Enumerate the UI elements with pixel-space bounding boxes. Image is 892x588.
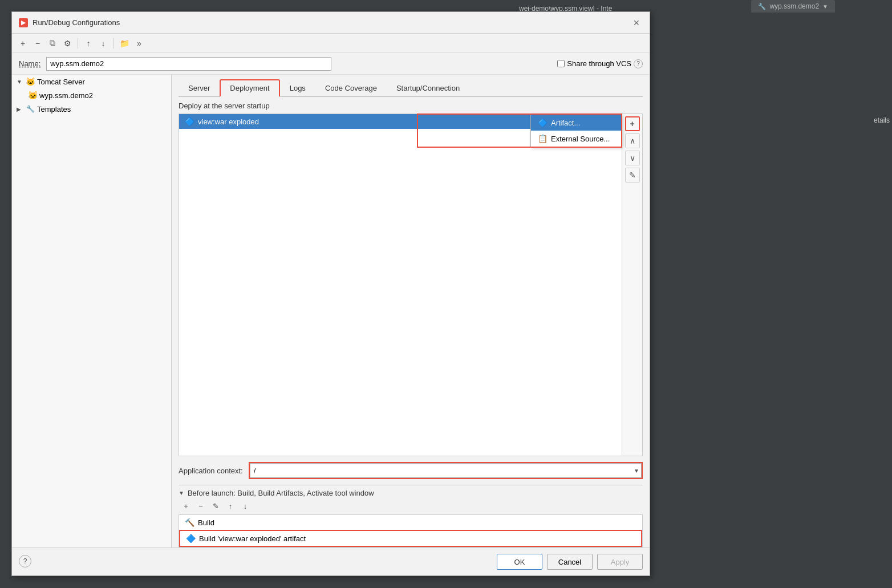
templates-expand-arrow: ▶ bbox=[17, 106, 23, 112]
share-checkbox-area: Share through VCS ? bbox=[557, 59, 643, 68]
content-area: Deploy at the server startup 🔷 view:war … bbox=[179, 102, 643, 548]
app-context-input-wrap: ▼ bbox=[249, 462, 643, 479]
deploy-up-button[interactable]: ∧ bbox=[625, 133, 640, 148]
ide-tab-label: wyp.ssm.demo2 bbox=[769, 2, 819, 10]
external-source-icon: 📋 bbox=[538, 134, 548, 143]
toolbar-separator-2 bbox=[113, 38, 114, 48]
settings-button[interactable]: ⚙ bbox=[61, 37, 74, 50]
before-launch-label: Before launch: Build, Build Artifacts, A… bbox=[188, 489, 374, 497]
bl-item-build[interactable]: 🔨 Build bbox=[179, 515, 642, 530]
deploy-toolbar: 🔷 Artifact... 📋 External Source... + ∧ bbox=[622, 114, 642, 456]
tab-deployment[interactable]: Deployment bbox=[220, 79, 279, 97]
toolbar-separator-1 bbox=[78, 38, 78, 48]
tabs-bar: Server Deployment Logs Code Coverage Sta… bbox=[179, 79, 643, 97]
right-panel: Server Deployment Logs Code Coverage Sta… bbox=[172, 75, 650, 548]
demo2-config-icon: 🐱 bbox=[28, 91, 37, 100]
share-help-icon[interactable]: ? bbox=[634, 59, 643, 68]
before-launch-header: ▼ Before launch: Build, Build Artifacts,… bbox=[179, 489, 643, 497]
cancel-button[interactable]: Cancel bbox=[547, 554, 593, 570]
bl-artifact-icon: 🔷 bbox=[186, 534, 196, 543]
side-panel-hint: etails bbox=[871, 114, 892, 127]
app-context-dropdown-arrow: ▼ bbox=[634, 468, 639, 474]
name-input[interactable] bbox=[46, 57, 331, 71]
dropdown-external-source-item[interactable]: 📋 External Source... bbox=[531, 131, 621, 147]
tomcat-group-label: Tomcat Server bbox=[37, 78, 85, 86]
bl-remove-button[interactable]: − bbox=[194, 500, 207, 512]
before-launch-collapse-arrow[interactable]: ▼ bbox=[179, 490, 184, 496]
tree-item-wyp-ssm-demo2[interactable]: 🐱 wyp.ssm.demo2 bbox=[12, 88, 171, 102]
tomcat-expand-arrow: ▼ bbox=[17, 79, 23, 85]
run-debug-dialog: ▶ Run/Debug Configurations ✕ + − ⧉ ⚙ ↑ ↓… bbox=[11, 11, 650, 576]
bl-down-button[interactable]: ↓ bbox=[239, 500, 252, 512]
before-launch-list: 🔨 Build 🔷 Build 'view:war exploded' arti… bbox=[179, 514, 643, 548]
apply-button[interactable]: Apply bbox=[597, 554, 643, 570]
app-context-row: Application context: ▼ bbox=[179, 462, 643, 479]
toolbar: + − ⧉ ⚙ ↑ ↓ 📁 » bbox=[12, 34, 650, 53]
title-bar: ▶ Run/Debug Configurations ✕ bbox=[12, 12, 650, 34]
artifact-dropdown-popup: 🔷 Artifact... 📋 External Source... bbox=[530, 114, 622, 147]
templates-icon: 🔧 bbox=[26, 104, 35, 113]
tab-startup-connection[interactable]: Startup/Connection bbox=[387, 79, 469, 96]
external-source-label: External Source... bbox=[551, 135, 610, 143]
tab-server[interactable]: Server bbox=[179, 79, 220, 96]
tree-item-tomcat-group[interactable]: ▼ 🐱 Tomcat Server bbox=[12, 75, 171, 88]
dialog-icon: ▶ bbox=[19, 18, 28, 27]
copy-config-button[interactable]: ⧉ bbox=[46, 37, 59, 50]
artifact-dropdown-label: Artifact... bbox=[551, 119, 580, 127]
before-launch-section: ▼ Before launch: Build, Build Artifacts,… bbox=[179, 485, 643, 548]
bl-add-button[interactable]: + bbox=[180, 500, 192, 512]
folder-button[interactable]: 📁 bbox=[118, 37, 131, 50]
deploy-panel: 🔷 view:war exploded 🔷 Artifact... bbox=[179, 113, 643, 456]
war-exploded-label: view:war exploded bbox=[198, 117, 259, 126]
move-down-button[interactable]: ↓ bbox=[97, 37, 110, 50]
ide-tab[interactable]: 🔧 wyp.ssm.demo2 ▼ bbox=[751, 0, 835, 13]
left-panel: ▼ 🐱 Tomcat Server 🐱 wyp.ssm.demo2 ▶ 🔧 Te… bbox=[12, 75, 172, 548]
share-label: Share through VCS bbox=[567, 59, 631, 68]
artifact-dropdown-icon: 🔷 bbox=[538, 118, 548, 127]
tree-item-templates[interactable]: ▶ 🔧 Templates bbox=[12, 102, 171, 116]
deploy-list: 🔷 view:war exploded bbox=[179, 114, 622, 456]
ok-button[interactable]: OK bbox=[497, 554, 542, 570]
bl-build-icon: 🔨 bbox=[185, 518, 194, 527]
deploy-edit-button[interactable]: ✎ bbox=[625, 168, 640, 183]
remove-config-button[interactable]: − bbox=[31, 37, 44, 50]
bl-build-label: Build bbox=[198, 518, 214, 527]
tab-code-coverage[interactable]: Code Coverage bbox=[315, 79, 387, 96]
demo2-label: wyp.ssm.demo2 bbox=[39, 91, 93, 100]
move-up-button[interactable]: ↑ bbox=[82, 37, 95, 50]
title-bar-left: ▶ Run/Debug Configurations bbox=[19, 18, 120, 27]
dialog-footer: OK Cancel Apply bbox=[12, 548, 650, 575]
name-label: Name: bbox=[19, 59, 40, 68]
add-config-button[interactable]: + bbox=[17, 37, 29, 50]
name-row: Name: Share through VCS ? bbox=[12, 53, 650, 75]
deploy-add-button[interactable]: + bbox=[625, 116, 640, 131]
app-context-input[interactable] bbox=[250, 463, 642, 478]
dialog-body: ▼ 🐱 Tomcat Server 🐱 wyp.ssm.demo2 ▶ 🔧 Te… bbox=[12, 75, 650, 548]
templates-label: Templates bbox=[37, 105, 71, 113]
bl-artifact-label: Build 'view:war exploded' artifact bbox=[199, 534, 306, 543]
deploy-down-button[interactable]: ∨ bbox=[625, 151, 640, 165]
tomcat-group-icon: 🐱 bbox=[26, 77, 35, 86]
close-button[interactable]: ✕ bbox=[630, 17, 643, 29]
dialog-title: Run/Debug Configurations bbox=[33, 18, 120, 27]
deploy-section-label: Deploy at the server startup bbox=[179, 102, 643, 110]
dropdown-artifact-item[interactable]: 🔷 Artifact... bbox=[531, 115, 621, 131]
before-launch-toolbar: + − ✎ ↑ ↓ bbox=[180, 500, 643, 512]
bl-item-artifact[interactable]: 🔷 Build 'view:war exploded' artifact bbox=[179, 530, 642, 547]
more-button[interactable]: » bbox=[133, 37, 145, 50]
bl-edit-button[interactable]: ✎ bbox=[209, 500, 222, 512]
help-button[interactable]: ? bbox=[19, 555, 31, 567]
war-exploded-icon: 🔷 bbox=[185, 117, 194, 126]
tab-logs[interactable]: Logs bbox=[280, 79, 315, 96]
share-checkbox[interactable] bbox=[557, 60, 565, 67]
app-context-label: Application context: bbox=[179, 467, 243, 475]
bl-up-button[interactable]: ↑ bbox=[224, 500, 237, 512]
